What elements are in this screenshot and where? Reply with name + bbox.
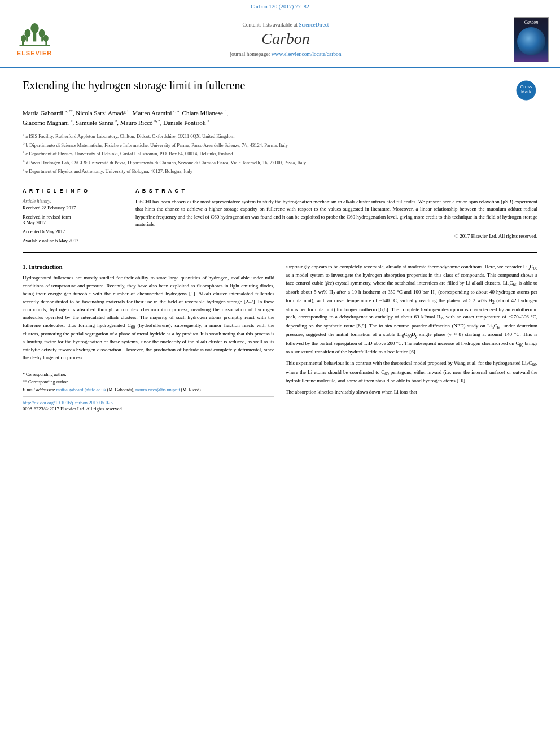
journal-cover: Carbon [511,17,551,62]
crossmark-icon: Cross Mark [516,80,536,101]
svg-text:Cross: Cross [520,84,532,89]
footnotes: * Corresponding author. ** Corresponding… [23,368,274,394]
journal-homepage-link[interactable]: www.elsevier.com/locate/carbon [272,51,342,57]
cover-visual [517,27,545,55]
svg-rect-5 [41,36,43,41]
right-para-3: The absorption kinetics inevitably slows… [286,388,537,396]
sciencedirect-info: Contents lists available at ScienceDirec… [65,22,506,28]
email-link-2[interactable]: mauro.ricco@fis.unipr.it [135,387,180,392]
crossmark-badge[interactable]: Cross Mark [515,79,537,102]
journal-center: Contents lists available at ScienceDirec… [65,17,506,62]
svg-point-7 [43,34,48,42]
elsevier-logo: ELSEVIER [9,17,60,62]
affiliation-b: b b Dipartimento di Scienze Matematiche,… [23,141,537,149]
affiliation-e: e e Department of Physics and Astronomy,… [23,167,537,175]
received-revised: Received in revised form3 May 2017 [23,214,117,225]
affiliations: a a ISIS Facility, Rutherford Appleton L… [23,132,537,175]
cover-image: Carbon [514,17,549,62]
title-section: Extending the hydrogen storage limit in … [23,79,537,102]
svg-point-0 [30,23,38,33]
left-column: 1. Introduction Hydrogenated fullerenes … [23,263,274,412]
sciencedirect-link[interactable]: ScienceDirect [299,22,329,28]
footnote-1: * Corresponding author. [23,372,274,378]
copyright: © 2017 Elsevier Ltd. All rights reserved… [135,233,537,239]
intro-heading: 1. Introduction [23,263,274,270]
svg-rect-4 [26,36,28,41]
right-column: surprisingly appears to be completely re… [286,263,537,412]
svg-rect-9 [45,41,47,45]
footnote-2: ** Corresponding author. [23,379,274,386]
svg-rect-10 [19,45,50,46]
accepted-date: Accepted 6 May 2017 [23,229,117,234]
intro-para-1: Hydrogenated fullerenes are mostly studi… [23,274,274,362]
abstract-heading: A B S T R A C T [135,188,537,194]
abstract-section: A B S T R A C T Li6C60 has been chosen a… [135,188,537,247]
email-link-1[interactable]: mattia.gaboardi@stfc.ac.uk [56,387,106,392]
authors: Mattia Gaboardi a, **, Nicola Sarzi Amad… [23,108,537,127]
svg-text:Mark: Mark [521,89,532,94]
email-name-1: (M. Gaboardi), [107,387,134,392]
svg-rect-1 [33,32,36,41]
article-info: A R T I C L E I N F O Article history: R… [23,188,124,247]
journal-homepage: journal homepage: www.elsevier.com/locat… [65,51,506,57]
right-para-2: This experimental behaviour is in contra… [286,360,537,385]
two-column-body: 1. Introduction Hydrogenated fullerenes … [23,263,537,412]
svg-point-6 [21,34,26,42]
doi-section: http://dx.doi.org/10.1016/j.carbon.2017.… [23,396,274,412]
doi-link[interactable]: http://dx.doi.org/10.1016/j.carbon.2017.… [23,400,113,405]
article-title: Extending the hydrogen storage limit in … [23,79,515,92]
article-info-heading: A R T I C L E I N F O [23,188,117,194]
citation-text: Carbon 120 (2017) 77–82 [251,3,309,10]
article-body: Extending the hydrogen storage limit in … [0,68,560,423]
journal-header: ELSEVIER Contents lists available at Sci… [0,12,560,68]
history-label: Article history: [23,198,117,204]
email-footnote: E-mail addresses: mattia.gaboardi@stfc.a… [23,387,274,394]
page: Carbon 120 (2017) 77–82 ELSEVIER [0,0,560,747]
journal-name: Carbon [65,30,506,48]
cover-title: Carbon [524,20,538,25]
right-para-1: surprisingly appears to be completely re… [286,263,537,356]
abstract-text: Li6C60 has been chosen as the most repre… [135,198,537,229]
affiliation-c: c c Department of Physics, University of… [23,149,537,158]
email-name-2: (M. Riccò). [181,387,202,392]
info-abstract-section: A R T I C L E I N F O Article history: R… [23,182,537,253]
top-bar: Carbon 120 (2017) 77–82 [0,0,560,12]
available-date: Available online 6 May 2017 [23,238,117,243]
received-date: Received 28 February 2017 [23,205,117,211]
svg-rect-8 [22,41,24,45]
elsevier-tree-icon [19,23,50,49]
affiliation-d: d d Pavia Hydrogen Lab, CSGI & Universit… [23,158,537,167]
elsevier-label: ELSEVIER [17,50,52,56]
issn-text: 0008-6223/© 2017 Elsevier Ltd. All right… [23,406,123,412]
affiliation-a: a a ISIS Facility, Rutherford Appleton L… [23,132,537,140]
